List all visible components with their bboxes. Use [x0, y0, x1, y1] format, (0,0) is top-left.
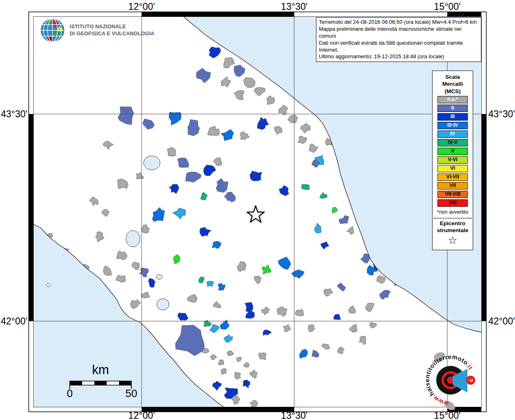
legend-title: Scala Mercalli (MCS)	[433, 73, 473, 95]
scale-bar-start: 0	[61, 387, 79, 400]
legend-entry-III-IV: III-IV	[437, 122, 468, 129]
legend-entries: n.a.*IIIIIIII-IVIVIV-VVV-VIVIVI-VIIVIIVI…	[433, 96, 473, 207]
legend-entry-VIII: VIII	[437, 199, 468, 207]
axis-label-right: 42°00'	[488, 316, 515, 327]
axis-label-bottom: 15°00'	[425, 410, 470, 420]
legend-entry-VII-VIII: VII-VIII	[437, 191, 468, 198]
legend-entry-VII: VII	[437, 182, 468, 189]
municipality-n.a.*	[202, 348, 209, 353]
ingv-globe-icon	[40, 18, 65, 43]
axis-label-bottom: 12°00'	[119, 410, 164, 420]
lake	[157, 299, 169, 310]
ingv-logo: ISTITUTO NAZIONALE DI GEOFISICA E VULCAN…	[40, 18, 154, 43]
municipality-n.a.*	[259, 353, 266, 360]
legend-divider	[434, 218, 472, 219]
ingv-logo-text: ISTITUTO NAZIONALE DI GEOFISICA E VULCAN…	[70, 23, 154, 37]
axis-label-top: 15°00'	[425, 1, 470, 12]
event-title: Terremoto del 24-08-2016 06:06:50 (ora l…	[319, 19, 478, 26]
legend-entry-VI: VI	[437, 165, 468, 172]
legend-star-icon: ☆	[433, 234, 473, 247]
legend-entry-IV: IV	[437, 130, 468, 138]
legend-box: Scala Mercalli (MCS) n.a.*IIIIIIII-IVIVI…	[432, 71, 473, 250]
lake	[156, 274, 162, 279]
legend-entry-V: V	[437, 148, 468, 155]
axis-label-top: 12°00'	[119, 1, 164, 12]
legend-entry-VI-VII: VI-VII	[437, 173, 468, 181]
event-update-time: Ultimo aggiornamento: 19-12-2025 18:48 (…	[319, 53, 478, 60]
municipality-III	[250, 171, 262, 181]
legend-entry-III: III	[437, 113, 468, 121]
island	[46, 283, 50, 287]
event-info-box: Terremoto del 24-08-2016 06:06:50 (ora l…	[316, 17, 481, 62]
legend-entry-IV-V: IV-V	[437, 139, 468, 146]
axis-label-bottom: 13°30'	[272, 410, 317, 420]
legend-footnote: *non avvertito	[433, 209, 473, 215]
legend-epicenter-label: Epicentro strumentale	[433, 220, 473, 234]
event-subtitle: Mappa preliminare delle intensità macros…	[319, 26, 478, 40]
ingv-line2: DI GEOFISICA E VULCANOLOGIA	[70, 30, 154, 37]
seismic-intensity-map-page: www.haisentitoilterremoto.it ? 12°00'13°…	[0, 0, 515, 420]
axis-label-left: 43°30'	[1, 109, 27, 120]
lake	[144, 156, 160, 170]
scale-bar-end: 50	[122, 387, 140, 400]
axis-label-top: 13°30'	[272, 1, 317, 12]
legend-entry-II: II	[437, 105, 468, 112]
question-mark: ?	[467, 378, 474, 382]
event-source-note: Dati non verificati estratti da 588 ques…	[319, 40, 478, 54]
legend-entry-V-VI: V-VI	[437, 156, 468, 164]
municipality-n.a.*	[167, 148, 176, 156]
axis-label-left: 42°00'	[1, 316, 27, 327]
scale-bar-title: km	[80, 363, 121, 377]
axis-label-right: 43°30'	[488, 109, 515, 120]
lake	[126, 231, 140, 247]
legend-entry-n.a.*: n.a.*	[437, 96, 468, 103]
ingv-line1: ISTITUTO NAZIONALE	[70, 23, 154, 30]
municipality-IV-V	[301, 184, 309, 189]
